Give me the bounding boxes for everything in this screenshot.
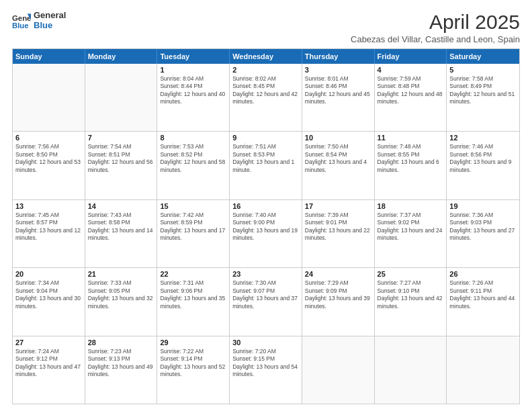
day-number: 14: [88, 202, 154, 210]
logo-icon: General Blue: [12, 11, 31, 30]
day-number: 15: [160, 202, 226, 210]
day-number: 30: [232, 338, 299, 347]
calendar-cell-r0c1: [85, 64, 158, 131]
calendar-cell-r3c2: 22Sunrise: 7:31 AM Sunset: 9:06 PM Dayli…: [157, 268, 230, 335]
day-number: 4: [378, 66, 444, 74]
cell-text: Sunrise: 8:04 AM Sunset: 8:44 PM Dayligh…: [160, 75, 226, 106]
calendar-row-0: 1Sunrise: 8:04 AM Sunset: 8:44 PM Daylig…: [13, 64, 519, 131]
calendar-cell-r4c0: 27Sunrise: 7:24 AM Sunset: 9:12 PM Dayli…: [13, 336, 85, 404]
calendar-cell-r0c4: 3Sunrise: 8:01 AM Sunset: 8:46 PM Daylig…: [302, 64, 375, 131]
cell-text: Sunrise: 7:56 AM Sunset: 8:50 PM Dayligh…: [15, 143, 82, 174]
day-number: 10: [305, 134, 371, 142]
calendar-cell-r2c2: 15Sunrise: 7:42 AM Sunset: 8:59 PM Dayli…: [157, 200, 230, 267]
day-number: 7: [88, 134, 154, 142]
cell-text: Sunrise: 8:02 AM Sunset: 8:45 PM Dayligh…: [232, 75, 299, 106]
day-number: 3: [305, 66, 371, 74]
calendar-cell-r0c6: 5Sunrise: 7:58 AM Sunset: 8:49 PM Daylig…: [447, 64, 519, 131]
calendar-cell-r3c3: 23Sunrise: 7:30 AM Sunset: 9:07 PM Dayli…: [230, 268, 302, 335]
calendar-row-3: 20Sunrise: 7:34 AM Sunset: 9:04 PM Dayli…: [13, 267, 519, 335]
calendar-cell-r3c4: 24Sunrise: 7:29 AM Sunset: 9:09 PM Dayli…: [302, 268, 375, 335]
cell-text: Sunrise: 7:27 AM Sunset: 9:10 PM Dayligh…: [378, 279, 444, 310]
day-number: 12: [449, 134, 517, 142]
cell-text: Sunrise: 7:36 AM Sunset: 9:03 PM Dayligh…: [449, 212, 517, 242]
calendar-cell-r2c3: 16Sunrise: 7:40 AM Sunset: 9:00 PM Dayli…: [230, 200, 302, 267]
cell-text: Sunrise: 7:58 AM Sunset: 8:49 PM Dayligh…: [449, 75, 517, 106]
cell-text: Sunrise: 7:45 AM Sunset: 8:57 PM Dayligh…: [15, 212, 82, 242]
day-number: 6: [15, 134, 82, 142]
calendar-cell-r0c5: 4Sunrise: 7:59 AM Sunset: 8:48 PM Daylig…: [375, 64, 447, 131]
calendar-cell-r1c4: 10Sunrise: 7:50 AM Sunset: 8:54 PM Dayli…: [302, 132, 375, 199]
calendar-cell-r3c1: 21Sunrise: 7:33 AM Sunset: 9:05 PM Dayli…: [85, 268, 158, 335]
header-day-friday: Friday: [375, 49, 447, 64]
cell-text: Sunrise: 7:48 AM Sunset: 8:55 PM Dayligh…: [378, 143, 444, 174]
day-number: 28: [88, 338, 154, 347]
day-number: 9: [232, 134, 299, 142]
day-number: 11: [378, 134, 444, 142]
subtitle: Cabezas del Villar, Castille and Leon, S…: [351, 34, 520, 44]
day-number: 8: [160, 134, 226, 142]
calendar-cell-r4c6: [447, 336, 519, 404]
header-day-thursday: Thursday: [302, 49, 375, 64]
calendar-cell-r2c1: 14Sunrise: 7:43 AM Sunset: 8:58 PM Dayli…: [85, 200, 158, 267]
title-area: April 2025 Cabezas del Villar, Castille …: [351, 11, 520, 44]
calendar-cell-r4c2: 29Sunrise: 7:22 AM Sunset: 9:14 PM Dayli…: [157, 336, 230, 404]
cell-text: Sunrise: 7:42 AM Sunset: 8:59 PM Dayligh…: [160, 212, 226, 242]
calendar-cell-r4c4: [302, 336, 375, 404]
calendar-cell-r1c2: 8Sunrise: 7:53 AM Sunset: 8:52 PM Daylig…: [157, 132, 230, 199]
day-number: 19: [449, 202, 517, 210]
calendar-cell-r2c5: 18Sunrise: 7:37 AM Sunset: 9:02 PM Dayli…: [375, 200, 447, 267]
calendar-cell-r4c3: 30Sunrise: 7:20 AM Sunset: 9:15 PM Dayli…: [230, 336, 302, 404]
cell-text: Sunrise: 7:46 AM Sunset: 8:56 PM Dayligh…: [449, 143, 517, 174]
day-number: 27: [15, 338, 82, 347]
day-number: 22: [160, 270, 226, 278]
calendar-cell-r1c5: 11Sunrise: 7:48 AM Sunset: 8:55 PM Dayli…: [375, 132, 447, 199]
header-day-wednesday: Wednesday: [230, 49, 302, 64]
header-day-tuesday: Tuesday: [157, 49, 230, 64]
calendar-cell-r1c3: 9Sunrise: 7:51 AM Sunset: 8:53 PM Daylig…: [230, 132, 302, 199]
calendar-cell-r0c0: [13, 64, 85, 131]
cell-text: Sunrise: 7:51 AM Sunset: 8:53 PM Dayligh…: [232, 143, 299, 174]
calendar-cell-r3c0: 20Sunrise: 7:34 AM Sunset: 9:04 PM Dayli…: [13, 268, 85, 335]
cell-text: Sunrise: 7:34 AM Sunset: 9:04 PM Dayligh…: [15, 279, 82, 310]
cell-text: Sunrise: 7:22 AM Sunset: 9:14 PM Dayligh…: [160, 348, 226, 379]
day-number: 21: [88, 270, 154, 278]
calendar-cell-r0c3: 2Sunrise: 8:02 AM Sunset: 8:45 PM Daylig…: [230, 64, 302, 131]
calendar-cell-r4c5: [375, 336, 447, 404]
svg-text:Blue: Blue: [12, 21, 29, 30]
page: General Blue General Blue April 2025 Cab…: [0, 0, 532, 411]
cell-text: Sunrise: 7:40 AM Sunset: 9:00 PM Dayligh…: [232, 212, 299, 242]
cell-text: Sunrise: 7:50 AM Sunset: 8:54 PM Dayligh…: [305, 143, 371, 174]
main-title: April 2025: [351, 11, 520, 33]
cell-text: Sunrise: 7:24 AM Sunset: 9:12 PM Dayligh…: [15, 348, 82, 379]
day-number: 29: [160, 338, 226, 347]
cell-text: Sunrise: 8:01 AM Sunset: 8:46 PM Dayligh…: [305, 75, 371, 106]
day-number: 2: [232, 66, 299, 74]
calendar-cell-r1c6: 12Sunrise: 7:46 AM Sunset: 8:56 PM Dayli…: [447, 132, 519, 199]
cell-text: Sunrise: 7:37 AM Sunset: 9:02 PM Dayligh…: [378, 212, 444, 242]
cell-text: Sunrise: 7:39 AM Sunset: 9:01 PM Dayligh…: [305, 212, 371, 242]
day-number: 17: [305, 202, 371, 210]
calendar-row-4: 27Sunrise: 7:24 AM Sunset: 9:12 PM Dayli…: [13, 336, 519, 404]
cell-text: Sunrise: 7:23 AM Sunset: 9:13 PM Dayligh…: [88, 348, 154, 379]
cell-text: Sunrise: 7:31 AM Sunset: 9:06 PM Dayligh…: [160, 279, 226, 310]
calendar-row-1: 6Sunrise: 7:56 AM Sunset: 8:50 PM Daylig…: [13, 131, 519, 199]
calendar-cell-r4c1: 28Sunrise: 7:23 AM Sunset: 9:13 PM Dayli…: [85, 336, 158, 404]
calendar-cell-r1c0: 6Sunrise: 7:56 AM Sunset: 8:50 PM Daylig…: [13, 132, 85, 199]
header: General Blue General Blue April 2025 Cab…: [12, 11, 520, 44]
day-number: 25: [378, 270, 444, 278]
header-day-saturday: Saturday: [447, 49, 519, 64]
day-number: 24: [305, 270, 371, 278]
cell-text: Sunrise: 7:20 AM Sunset: 9:15 PM Dayligh…: [232, 348, 299, 379]
cell-text: Sunrise: 7:54 AM Sunset: 8:51 PM Dayligh…: [88, 143, 154, 174]
header-day-monday: Monday: [85, 49, 158, 64]
day-number: 16: [232, 202, 299, 210]
day-number: 18: [378, 202, 444, 210]
calendar-cell-r2c4: 17Sunrise: 7:39 AM Sunset: 9:01 PM Dayli…: [302, 200, 375, 267]
cell-text: Sunrise: 7:59 AM Sunset: 8:48 PM Dayligh…: [378, 75, 444, 106]
cell-text: Sunrise: 7:30 AM Sunset: 9:07 PM Dayligh…: [232, 279, 299, 310]
header-day-sunday: Sunday: [13, 49, 85, 64]
day-number: 1: [160, 66, 226, 74]
calendar-cell-r3c6: 26Sunrise: 7:26 AM Sunset: 9:11 PM Dayli…: [447, 268, 519, 335]
calendar: SundayMondayTuesdayWednesdayThursdayFrid…: [12, 48, 520, 404]
calendar-body: 1Sunrise: 8:04 AM Sunset: 8:44 PM Daylig…: [13, 64, 519, 404]
